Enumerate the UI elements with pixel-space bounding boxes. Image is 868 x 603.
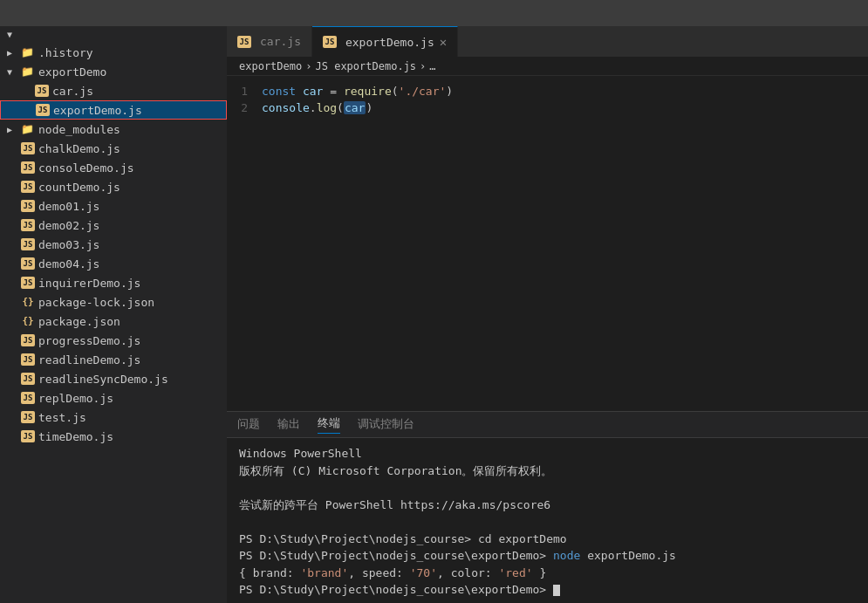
sidebar-item-countDemo.js[interactable]: JScountDemo.js bbox=[0, 177, 227, 196]
sidebar-item-inquirerDemo.js[interactable]: JSinquirerDemo.js bbox=[0, 273, 227, 292]
terminal-tab-debug[interactable]: 调试控制台 bbox=[358, 416, 414, 434]
sidebar-item-label: progressDemo.js bbox=[38, 334, 140, 347]
tab-bar: JS car.js JS exportDemo.js ✕ bbox=[227, 26, 868, 57]
line-number-2: 2 bbox=[227, 101, 262, 114]
terminal-tab-problems[interactable]: 问题 bbox=[237, 416, 260, 434]
sidebar-item-package.json[interactable]: {}package.json bbox=[0, 312, 227, 331]
sidebar-item-label: timeDemo.js bbox=[38, 430, 113, 443]
sidebar-item-label: demo03.js bbox=[38, 238, 99, 251]
main-layout: 📁.history📁exportDemoJScar.jsJSexportDemo… bbox=[0, 26, 868, 603]
js-icon: JS bbox=[21, 238, 35, 250]
folder-icon: 📁 bbox=[21, 65, 35, 78]
sidebar-item-label: readlineSyncDemo.js bbox=[38, 373, 168, 386]
js-icon: JS bbox=[21, 257, 35, 270]
code-content-2: console.log(car) bbox=[262, 101, 372, 114]
breadcrumb: exportDemo › JS exportDemo.js › … bbox=[227, 57, 868, 76]
tab-car-label: car.js bbox=[260, 35, 301, 48]
breadcrumb-part2: JS exportDemo.js bbox=[315, 60, 416, 72]
sidebar-item-test.js[interactable]: JStest.js bbox=[0, 408, 227, 427]
terminal-line-7: PS D:\Study\Project\nodejs_course\export… bbox=[239, 547, 856, 565]
sidebar-item-label: consoleDemo.js bbox=[38, 161, 134, 175]
sidebar-item-label: replDemo.js bbox=[38, 392, 113, 405]
terminal-tabs: 问题 输出 终端 调试控制台 bbox=[227, 412, 868, 438]
js-icon: JS bbox=[21, 430, 35, 442]
sidebar-item-label: inquirerDemo.js bbox=[38, 277, 140, 290]
tab-close-button[interactable]: ✕ bbox=[440, 36, 447, 48]
sidebar-item-replDemo.js[interactable]: JSreplDemo.js bbox=[0, 388, 227, 408]
sidebar-item-timeDemo.js[interactable]: JStimeDemo.js bbox=[0, 427, 227, 446]
js-icon-car: JS bbox=[237, 36, 251, 48]
sidebar-item-label: readlineDemo.js bbox=[38, 353, 140, 367]
sidebar-item-label: test.js bbox=[38, 411, 86, 424]
sidebar-item-history[interactable]: 📁.history bbox=[0, 43, 227, 62]
sidebar-item-label: countDemo.js bbox=[38, 181, 120, 194]
code-editor[interactable]: 1 const car = require('./car') 2 console… bbox=[227, 76, 868, 411]
sidebar-item-car.js[interactable]: JScar.js bbox=[0, 81, 227, 100]
sidebar-item-consoleDemo.js[interactable]: JSconsoleDemo.js bbox=[0, 158, 227, 177]
js-icon: JS bbox=[21, 353, 35, 366]
terminal-line-1: Windows PowerShell bbox=[239, 445, 856, 463]
sidebar-item-label: package.json bbox=[38, 315, 120, 328]
terminal-line-4: 尝试新的跨平台 PowerShell https://aka.ms/pscore… bbox=[239, 497, 856, 514]
js-icon: JS bbox=[21, 373, 35, 385]
sidebar-item-node_modules[interactable]: 📁node_modules bbox=[0, 120, 227, 139]
sidebar-item-chalkDemo.js[interactable]: JSchalkDemo.js bbox=[0, 139, 227, 158]
code-line-1: 1 const car = require('./car') bbox=[227, 83, 868, 99]
arrow-exportDemo bbox=[7, 67, 21, 77]
sidebar-item-package-lock.json[interactable]: {}package-lock.json bbox=[0, 292, 227, 312]
tab-car-js[interactable]: JS car.js bbox=[227, 26, 312, 57]
sidebar-item-demo04.js[interactable]: JSdemo04.js bbox=[0, 254, 227, 273]
sidebar-item-exportDemo.js[interactable]: JSexportDemo.js bbox=[0, 100, 227, 120]
js-icon: JS bbox=[36, 104, 50, 116]
sidebar-item-label: demo04.js bbox=[38, 257, 99, 271]
breadcrumb-part1: exportDemo bbox=[239, 60, 302, 72]
js-icon-exportdemo: JS bbox=[323, 36, 337, 48]
breadcrumb-part3: … bbox=[429, 60, 435, 72]
terminal-panel: 问题 输出 终端 调试控制台 Windows PowerShell 版权所有 (… bbox=[227, 411, 868, 603]
sidebar-item-label: car.js bbox=[52, 85, 93, 98]
editor-area: JS car.js JS exportDemo.js ✕ exportDemo … bbox=[227, 26, 868, 603]
sidebar-section-header bbox=[0, 26, 227, 43]
line-number-1: 1 bbox=[227, 85, 262, 98]
js-icon: JS bbox=[21, 334, 35, 346]
terminal-line-2: 版权所有 (C) Microsoft Corporation。保留所有权利。 bbox=[239, 463, 856, 480]
js-icon: JS bbox=[21, 411, 35, 423]
folder-icon: 📁 bbox=[21, 123, 35, 135]
sidebar-item-label: node_modules bbox=[38, 123, 120, 136]
js-icon: JS bbox=[21, 161, 35, 174]
js-icon: JS bbox=[35, 85, 49, 97]
terminal-line-5 bbox=[239, 513, 856, 531]
json-icon: {} bbox=[21, 296, 35, 308]
js-icon: JS bbox=[21, 392, 35, 404]
sidebar-items-container: 📁.history📁exportDemoJScar.jsJSexportDemo… bbox=[0, 43, 227, 446]
sidebar: 📁.history📁exportDemoJScar.jsJSexportDemo… bbox=[0, 26, 227, 603]
js-icon: JS bbox=[21, 142, 35, 154]
sidebar-item-label: package-lock.json bbox=[38, 296, 154, 309]
terminal-line-6: PS D:\Study\Project\nodejs_course> cd ex… bbox=[239, 531, 856, 548]
nodejs-course-arrow[interactable] bbox=[7, 30, 21, 39]
tab-exportdemo-js[interactable]: JS exportDemo.js ✕ bbox=[312, 26, 458, 57]
sidebar-item-readlineSyncDemo.js[interactable]: JSreadlineSyncDemo.js bbox=[0, 369, 227, 388]
terminal-line-9: PS D:\Study\Project\nodejs_course\export… bbox=[239, 581, 856, 599]
sidebar-item-demo03.js[interactable]: JSdemo03.js bbox=[0, 235, 227, 254]
terminal-line-3 bbox=[239, 479, 856, 497]
code-content-1: const car = require('./car') bbox=[262, 85, 453, 98]
sidebar-item-label: exportDemo bbox=[38, 65, 106, 79]
arrow-node_modules bbox=[7, 125, 21, 134]
js-icon: JS bbox=[21, 219, 35, 231]
terminal-tab-output[interactable]: 输出 bbox=[277, 416, 300, 434]
title-bar bbox=[0, 0, 868, 26]
sidebar-item-demo02.js[interactable]: JSdemo02.js bbox=[0, 216, 227, 235]
js-icon: JS bbox=[21, 277, 35, 289]
folder-icon: 📁 bbox=[21, 46, 35, 58]
sidebar-item-demo01.js[interactable]: JSdemo01.js bbox=[0, 196, 227, 216]
terminal-content[interactable]: Windows PowerShell 版权所有 (C) Microsoft Co… bbox=[227, 438, 868, 603]
sidebar-item-progressDemo.js[interactable]: JSprogressDemo.js bbox=[0, 331, 227, 350]
tab-exportdemo-label: exportDemo.js bbox=[345, 36, 434, 49]
sidebar-item-label: .history bbox=[38, 46, 93, 59]
sidebar-item-exportDemo[interactable]: 📁exportDemo bbox=[0, 62, 227, 81]
sidebar-item-label: exportDemo.js bbox=[53, 104, 142, 117]
json-icon: {} bbox=[21, 315, 35, 327]
terminal-tab-terminal[interactable]: 终端 bbox=[318, 415, 340, 434]
sidebar-item-readlineDemo.js[interactable]: JSreadlineDemo.js bbox=[0, 350, 227, 369]
